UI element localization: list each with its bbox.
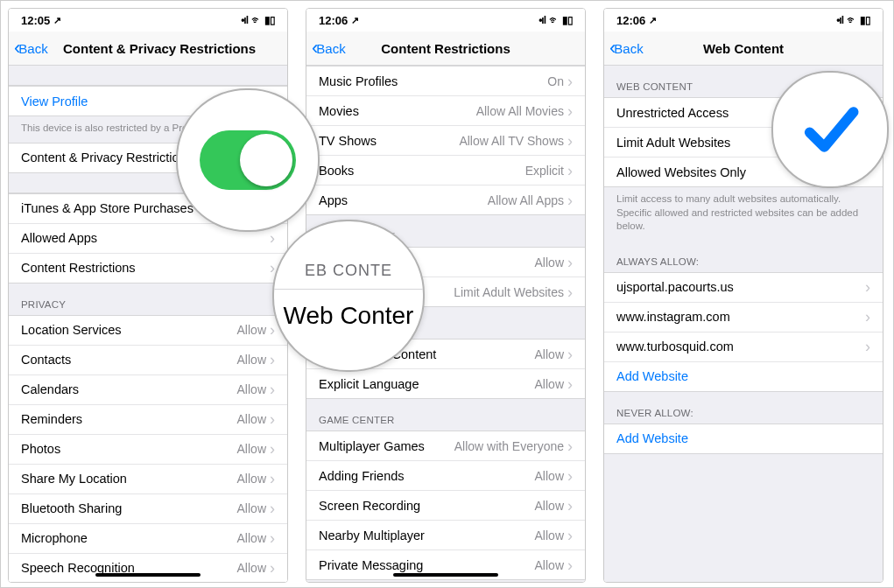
row-detail: Limit Adult Websites xyxy=(454,285,564,299)
row-label: Web Content xyxy=(319,285,392,299)
restrictions-toggle-row[interactable]: Content & Privacy Restrictions xyxy=(9,144,287,172)
phone-2: 12:06 ↗ •ıl ᯤ ▮▯ ‹ Back Content Restrict… xyxy=(306,8,586,583)
back-button[interactable]: ‹ Back xyxy=(14,41,48,56)
add-website-label: Add Website xyxy=(616,431,688,445)
row-p3-opt-2[interactable]: Allowed Websites Only xyxy=(604,158,883,186)
status-time: 12:05 xyxy=(21,14,50,27)
row-p1-priv-2[interactable]: CalendarsAllow› xyxy=(9,375,287,405)
row-p1-priv-1[interactable]: ContactsAllow› xyxy=(9,346,287,375)
row-p2-main-0[interactable]: Music ProfilesOn› xyxy=(306,66,585,96)
toggle-label: Content & Privacy Restrictions xyxy=(21,150,193,164)
row-detail: Allow xyxy=(237,323,266,337)
status-bar: 12:05 ↗ •ıl ᯤ ▮▯ xyxy=(9,9,287,32)
row-p3-always-1[interactable]: www.instagram.com› xyxy=(604,303,883,332)
row-p2-gc-1[interactable]: Adding FriendsAllow› xyxy=(306,461,585,491)
row-label: Nearby Multiplayer xyxy=(319,528,425,542)
nav-title: Content Restrictions xyxy=(312,41,580,56)
wifi-icon: ᯤ xyxy=(549,14,559,26)
status-time: 12:06 xyxy=(616,14,645,27)
row-detail: Allow xyxy=(237,412,266,426)
row-label: Unrestricted Access xyxy=(616,106,729,120)
row-label: TV Shows xyxy=(319,134,377,148)
row-p2-main-3[interactable]: BooksExplicit› xyxy=(306,156,585,186)
row-detail: Allow xyxy=(535,499,564,513)
row-p2-web-0[interactable]: Web ContentLimit Adult Websites› xyxy=(306,277,585,306)
row-label: Explicit Language xyxy=(319,377,419,391)
row-label: www.instagram.com xyxy=(616,310,730,324)
checkmark-icon: ✓ xyxy=(857,133,870,152)
row-p3-opt-1[interactable]: Limit Adult Websites✓ xyxy=(604,128,883,158)
row-p2-main-2[interactable]: TV ShowsAllow All TV Shows› xyxy=(306,126,585,156)
row-p1-priv-6[interactable]: Bluetooth SharingAllow› xyxy=(9,494,287,524)
cell-signal-icon: •ıl xyxy=(836,14,843,26)
row-label: Calendars xyxy=(21,382,79,396)
row-p3-opt-0[interactable]: Unrestricted Access xyxy=(604,98,883,128)
row-p1-priv-0[interactable]: Location ServicesAllow› xyxy=(9,316,287,346)
row-p2-gc-3[interactable]: Nearby MultiplayerAllow› xyxy=(306,521,585,550)
view-profile-row[interactable]: View Profile xyxy=(9,87,287,116)
back-button[interactable]: ‹ Back xyxy=(312,41,346,56)
row-label: ujsportal.pacourts.us xyxy=(616,280,734,294)
row-p2-gc-2[interactable]: Screen RecordingAllow› xyxy=(306,491,585,521)
row-detail: Allow xyxy=(237,531,266,545)
row-label: Share My Location xyxy=(21,472,127,486)
row-label: Contacts xyxy=(21,353,71,367)
always-allow-header: ALWAYS ALLOW: xyxy=(604,241,883,272)
row-label: Multiplayer Games xyxy=(319,439,425,453)
add-website-row[interactable]: Add Website xyxy=(604,424,883,453)
row-p2-siri-0[interactable]: Web Search ContentAllow› xyxy=(306,340,585,369)
row-detail: Allow xyxy=(237,501,266,515)
row-label: Content Restrictions xyxy=(21,261,136,275)
row-p1-priv-4[interactable]: PhotosAllow› xyxy=(9,435,287,465)
row-p3-always-add[interactable]: Add Website xyxy=(604,362,883,391)
row-label: Screen Recording xyxy=(319,499,420,513)
row-p2-web-overflow[interactable]: Allow› xyxy=(306,248,585,277)
row-p1-priv-5[interactable]: Share My LocationAllow› xyxy=(9,465,287,494)
toggle-switch[interactable] xyxy=(233,145,275,170)
row-label: Bluetooth Sharing xyxy=(21,501,122,515)
web-content-header: WEB CONTENT xyxy=(306,215,585,247)
view-profile-label: View Profile xyxy=(21,94,88,108)
row-p1-top-2[interactable]: Content Restrictions› xyxy=(9,254,287,283)
row-detail: Allow xyxy=(237,442,266,456)
row-p1-top-1[interactable]: Allowed Apps› xyxy=(9,224,287,254)
nav-bar: ‹ Back Content Restrictions xyxy=(306,32,585,66)
location-icon: ↗ xyxy=(351,15,359,26)
row-detail: Allow xyxy=(535,347,564,361)
row-p1-priv-7[interactable]: MicrophoneAllow› xyxy=(9,524,287,554)
row-p3-always-0[interactable]: ujsportal.pacourts.us› xyxy=(604,273,883,303)
home-indicator xyxy=(95,573,201,577)
profile-footer: This device is also restricted by a Prof… xyxy=(9,116,287,143)
row-p1-priv-3[interactable]: RemindersAllow› xyxy=(9,405,287,435)
status-time: 12:06 xyxy=(319,14,348,27)
row-label: Add Website xyxy=(616,369,688,383)
row-label: Movies xyxy=(319,104,359,118)
row-detail: Allow xyxy=(535,256,564,270)
row-p1-top-0[interactable]: iTunes & App Store Purchases› xyxy=(9,194,287,224)
row-label: iTunes & App Store Purchases xyxy=(21,201,194,215)
row-p2-siri-1[interactable]: Explicit LanguageAllow› xyxy=(306,369,585,398)
web-content-header: WEB CONTENT xyxy=(604,66,883,97)
row-detail: Allow xyxy=(535,377,564,391)
row-label: Allowed Apps xyxy=(21,231,97,245)
row-p2-gc-0[interactable]: Multiplayer GamesAllow with Everyone› xyxy=(306,431,585,461)
row-detail: Allow xyxy=(237,382,266,396)
row-p2-main-1[interactable]: MoviesAllow All Movies› xyxy=(306,96,585,126)
nav-title: Web Content xyxy=(609,41,877,56)
location-icon: ↗ xyxy=(649,15,657,26)
row-detail: Allow All Movies xyxy=(476,104,564,118)
row-label: Books xyxy=(319,164,354,178)
battery-icon: ▮▯ xyxy=(860,14,870,26)
row-label: Adding Friends xyxy=(319,469,405,483)
row-label: www.turbosquid.com xyxy=(616,340,734,354)
row-detail: Allow xyxy=(535,528,564,542)
row-p2-main-4[interactable]: AppsAllow All Apps› xyxy=(306,186,585,214)
cell-signal-icon: •ıl xyxy=(241,14,248,26)
home-indicator xyxy=(393,573,498,577)
back-button[interactable]: ‹ Back xyxy=(609,41,644,56)
row-detail: Allow xyxy=(535,469,564,483)
row-p3-always-2[interactable]: www.turbosquid.com› xyxy=(604,332,883,362)
row-p1-priv-8[interactable]: Speech RecognitionAllow› xyxy=(9,554,287,582)
row-detail: Allow All Apps xyxy=(488,193,564,207)
row-label: Microphone xyxy=(21,531,88,545)
